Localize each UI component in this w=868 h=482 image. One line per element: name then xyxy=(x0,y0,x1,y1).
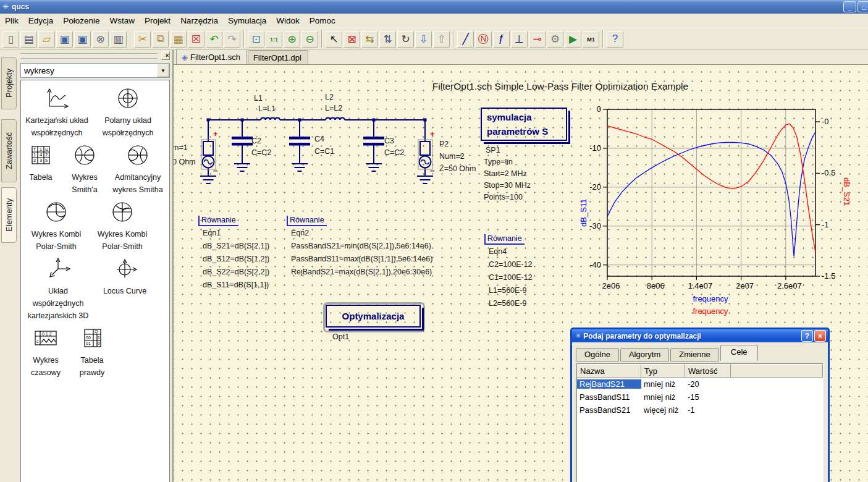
close-panel-button[interactable]: × xyxy=(161,51,170,60)
svg-text:−: − xyxy=(430,166,435,175)
component-timing-diagram[interactable]: 0 1 2cWykres czasowy xyxy=(22,324,69,381)
column-header-Typ[interactable]: Typ xyxy=(641,364,685,378)
equation-icon[interactable]: ƒ xyxy=(493,31,510,48)
push-down-icon[interactable]: ⇩ xyxy=(415,31,432,48)
mirror-x-icon[interactable]: ⇅ xyxy=(379,31,396,48)
zoom-in-icon[interactable]: ⊕ xyxy=(284,31,300,48)
component-group-select[interactable]: wykresy ▼ xyxy=(20,63,170,78)
menu-plik[interactable]: Plik xyxy=(0,15,23,27)
menu-widok[interactable]: Widok xyxy=(271,15,305,27)
s-parameter-chart[interactable]: 0-10-20-30-40-0-0.5-1-1.52e068e061.4e072… xyxy=(579,104,851,316)
wire-icon[interactable]: ╱ xyxy=(457,31,474,48)
component-label: Tabela prawdy xyxy=(69,354,115,379)
sp-simulation-block[interactable]: symulacja parametrów S xyxy=(481,108,567,141)
port-icon[interactable]: ⊸ xyxy=(529,31,546,48)
mirror-y-icon[interactable]: ⇆ xyxy=(361,31,378,48)
dock-grip[interactable] xyxy=(20,53,158,59)
component-cartesian-3d[interactable]: Układ współrzędnych kartezjańskich 3D xyxy=(22,255,94,324)
simulate-icon[interactable]: ▶ xyxy=(565,31,581,48)
equation-eqn2[interactable]: RównanieEqn2PassBandS21=min(dB(S[2,1]),5… xyxy=(287,216,432,279)
delete-icon[interactable]: ☒ xyxy=(188,31,204,48)
menu-narzędzia[interactable]: Narzędzia xyxy=(175,15,223,27)
ground-icon[interactable]: ⊥ xyxy=(511,31,528,48)
dialog-close-button[interactable]: × xyxy=(814,330,826,342)
dialog-tab-algorytm[interactable]: Algorytm xyxy=(620,348,669,362)
document-tab-label: FilterOpt1.dpl xyxy=(253,53,301,62)
component-cartesian-chart[interactable]: Kartezjański układ współrzędnych xyxy=(22,84,91,141)
cut-icon[interactable]: ✂ xyxy=(134,31,151,48)
dialog-tab-zmienne[interactable]: Zmienne xyxy=(670,348,719,362)
push-up-icon[interactable]: ⇧ xyxy=(433,31,450,48)
tab-filteropt1.sch[interactable]: ◈FilterOpt1.sch xyxy=(176,49,247,64)
minimize-button[interactable]: _ xyxy=(843,1,856,12)
rotate-icon[interactable]: ↻ xyxy=(397,31,414,48)
optimization-block[interactable]: Optymalizacja xyxy=(326,305,421,328)
goal-row[interactable]: PassBandS21więcej niż-1 xyxy=(577,404,823,416)
menu-wstaw[interactable]: Wstaw xyxy=(105,15,140,27)
name-label-icon[interactable]: Ⓝ xyxy=(475,31,492,48)
port-p2[interactable] xyxy=(419,142,431,176)
marker-icon[interactable]: M1 xyxy=(583,31,599,48)
print-icon[interactable]: ▥ xyxy=(110,31,127,48)
dialog-tab-cele[interactable]: Cele xyxy=(720,345,758,361)
equation-eqn1[interactable]: RównanieEqn1dB_S21=dB(S[2,1])dB_S12=dB(S… xyxy=(198,216,269,292)
dialog-tab-ogólne[interactable]: Ogólne xyxy=(576,348,619,362)
schematic-canvas[interactable]: FilterOpt1.sch Simple Low-Pass Filter Op… xyxy=(174,65,868,482)
sidebar-tab-projekty[interactable]: Projekty xyxy=(1,57,17,109)
titlebar[interactable]: ✳ qucs _□ xyxy=(0,0,868,14)
inductor-l2 xyxy=(326,118,345,120)
goal-row[interactable]: PassBandS11mniej niż-15 xyxy=(577,391,823,404)
left-axis-label: dB_S11 xyxy=(579,199,588,227)
timing-diagram-icon: 0 1 2c xyxy=(32,326,60,354)
help-icon[interactable]: ? xyxy=(607,31,623,48)
column-header-Nazwa[interactable]: Nazwa xyxy=(577,364,641,378)
column-header-empty[interactable] xyxy=(731,364,823,378)
pointer-icon[interactable]: ↖ xyxy=(326,31,342,48)
component-table[interactable]: fiu142235Tabela xyxy=(22,141,59,198)
save-all-icon[interactable]: ▣ xyxy=(74,31,91,48)
new-text-icon[interactable]: ▤ xyxy=(20,31,37,48)
copy-icon[interactable]: ⧉ xyxy=(152,31,169,48)
menu-projekt[interactable]: Projekt xyxy=(140,15,175,27)
zoom-fit-icon[interactable]: ⊡ xyxy=(248,31,264,48)
maximize-button[interactable]: □ xyxy=(857,1,868,12)
polar-smith-2-icon xyxy=(108,200,137,228)
zoom-1-1-icon[interactable]: 1:1 xyxy=(266,31,282,48)
dialog-titlebar[interactable]: ✳ Podaj parametry do optymalizacji ? × xyxy=(572,329,828,342)
port-p1[interactable] xyxy=(203,142,214,176)
sidebar-tab-elementy[interactable]: Elementy xyxy=(1,187,17,243)
component-locus-curve[interactable]: Locus Curve xyxy=(94,255,156,324)
component-polar-smith-2[interactable]: Wykres Kombi Polar-Smith xyxy=(90,198,154,255)
menu-edycja[interactable]: Edycja xyxy=(23,15,59,27)
component-polar-smith-1[interactable]: Wykres Kombi Polar-Smith xyxy=(22,198,90,255)
tab-filteropt1.dpl[interactable]: FilterOpt1.dpl xyxy=(248,50,308,64)
sidebar-tab-zawartość[interactable]: Zawartość xyxy=(1,119,17,182)
save-icon[interactable]: ▣ xyxy=(56,31,73,48)
paste-icon[interactable]: ▦ xyxy=(170,31,187,48)
menu-symulacja[interactable]: Symulacja xyxy=(223,15,271,27)
zoom-out-icon[interactable]: ⊖ xyxy=(301,31,318,48)
close-icon[interactable]: ⊗ xyxy=(92,31,109,48)
open-icon[interactable]: ▱ xyxy=(38,31,55,48)
chevron-down-icon[interactable]: ▼ xyxy=(157,64,169,77)
dialog-title: Podaj parametry do optymalizacji xyxy=(583,332,800,340)
component-smith-admittance[interactable]: Admitancyjny wykres Smitha xyxy=(110,141,166,198)
dialog-help-button[interactable]: ? xyxy=(801,330,813,342)
redo-icon[interactable]: ↷ xyxy=(224,31,240,48)
menu-położenie[interactable]: Położenie xyxy=(58,15,104,27)
component-smith-chart[interactable]: Wykres Smith'a xyxy=(59,141,110,198)
delete-selection-icon[interactable]: ⊠ xyxy=(343,31,360,48)
component-list: Kartezjański układ współrzędnychPolarny … xyxy=(20,80,170,482)
component-truth-table[interactable]: Q001010Tabela prawdy xyxy=(69,324,115,381)
equation-eqn4[interactable]: RównanieEqn4C2=100E-12C1=100E-12L1=560E-… xyxy=(484,234,533,310)
column-header-Wartość[interactable]: Wartość xyxy=(685,364,731,378)
ground-symbol xyxy=(366,164,382,171)
goal-row[interactable]: RejBandS21mniej niż-20 xyxy=(577,378,823,391)
goal-name: RejBandS21 xyxy=(577,379,641,389)
tune-icon[interactable]: ⚙ xyxy=(547,31,563,48)
menu-pomoc[interactable]: Pomoc xyxy=(305,15,340,27)
undo-icon[interactable]: ↶ xyxy=(206,31,222,48)
svg-text:01: 01 xyxy=(86,341,91,345)
component-polar-chart[interactable]: Polarny układ współrzędnych xyxy=(91,84,164,141)
new-file-icon[interactable]: ▯ xyxy=(2,31,19,48)
